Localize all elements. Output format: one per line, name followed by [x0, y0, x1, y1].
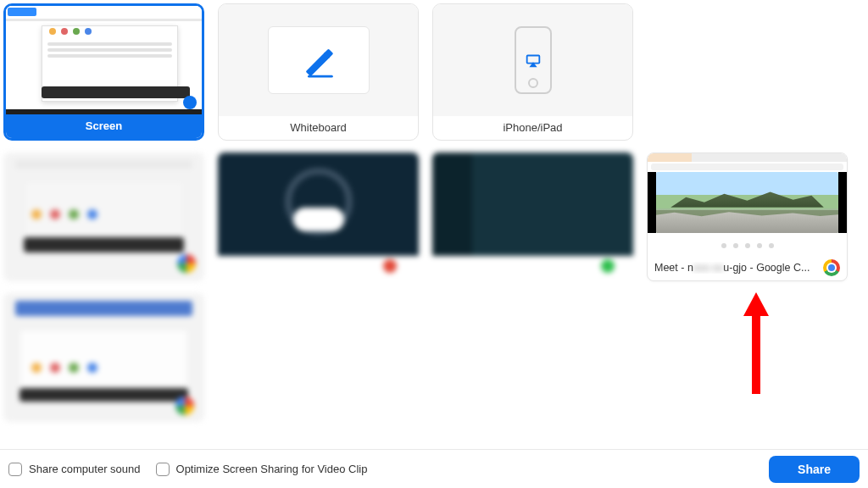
checkbox-share-sound-label: Share computer sound — [29, 463, 141, 475]
tile-screen-preview — [6, 6, 202, 114]
tile-google-meet-label: Meet - nxxx-xxu-gjo - Google C... — [648, 255, 847, 280]
tile-whiteboard-label: Whiteboard — [219, 116, 418, 140]
tile-app-blurred-1[interactable] — [3, 152, 204, 281]
tile-iphone-preview — [433, 4, 632, 116]
checkbox-box — [8, 463, 22, 476]
tile-iphone-label: iPhone/iPad — [433, 116, 632, 140]
tile-app-blurred-3[interactable] — [432, 152, 633, 281]
tile-whiteboard-preview — [219, 4, 418, 116]
tile-app-blurred-2[interactable] — [218, 152, 419, 281]
checkbox-optimize-video-label: Optimize Screen Sharing for Video Clip — [176, 463, 368, 475]
meet-label-suffix: u-gjo - Google C... — [723, 262, 810, 274]
footer-bar: Share computer sound Optimize Screen Sha… — [0, 449, 868, 488]
tile-google-meet[interactable]: Meet - nxxx-xxu-gjo - Google C... — [647, 152, 848, 281]
chrome-icon — [177, 254, 196, 273]
checkbox-box — [156, 463, 170, 476]
tile-screen-label: Screen — [6, 114, 202, 138]
chrome-icon — [823, 259, 840, 276]
meet-label-hidden: xxx-xx — [693, 262, 723, 274]
chrome-icon — [175, 396, 194, 415]
tile-iphone-ipad[interactable]: iPhone/iPad — [432, 3, 633, 141]
checkbox-optimize-video[interactable]: Optimize Screen Sharing for Video Clip — [156, 463, 368, 476]
checkbox-share-sound[interactable]: Share computer sound — [8, 463, 141, 476]
tile-whiteboard[interactable]: Whiteboard — [218, 3, 419, 141]
pen-icon — [299, 41, 338, 80]
tile-google-meet-preview — [648, 153, 847, 255]
phone-icon — [515, 26, 552, 94]
meet-label-prefix: Meet - n — [654, 262, 693, 274]
tile-screen[interactable]: Screen — [3, 3, 204, 141]
share-button[interactable]: Share — [769, 456, 860, 483]
tile-app-blurred-4[interactable] — [3, 293, 204, 422]
share-source-grid: Screen Whiteboard — [0, 0, 868, 441]
